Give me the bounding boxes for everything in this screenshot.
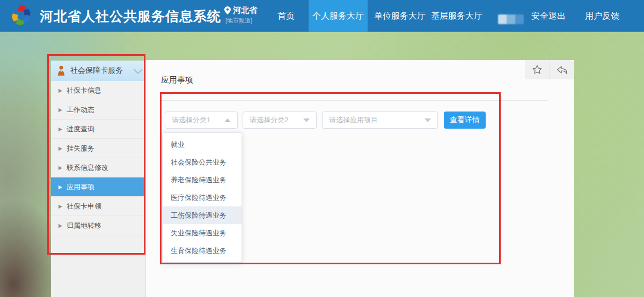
category2-placeholder: 请选择分类2	[250, 115, 288, 125]
person-icon	[56, 65, 66, 76]
sidebar-item-card-apply[interactable]: ▶社保卡申领	[51, 197, 145, 216]
category1-dropdown: 就业 社会保险公共业务 养老保险待遇业务 医疗保险待遇业务 工伤保险待遇业务 失…	[163, 132, 242, 263]
panel-toolbar	[525, 60, 574, 79]
nav-personal-hall[interactable]: 个人服务大厅	[309, 0, 368, 32]
dropdown-option[interactable]: 生育保险待遇业务	[163, 242, 241, 259]
page-title: 应用事项	[161, 75, 193, 85]
project-placeholder: 请选择应用项目	[329, 115, 378, 125]
caret-right-icon: ▶	[58, 145, 62, 151]
app-window: 河北省人社公共服务信息系统 河北省 [地市频道] 首页 个人服务大厅 单位服务大…	[0, 0, 644, 297]
dropdown-option[interactable]: 社会保险公共业务	[163, 153, 241, 171]
location-pin-icon	[224, 6, 231, 14]
dropdown-option[interactable]: 失业保险待遇业务	[163, 224, 241, 242]
sidebar-item-progress-query[interactable]: ▶进度查询	[51, 120, 145, 139]
project-select[interactable]: 请选择应用项目	[322, 112, 438, 129]
content-panel: 应用事项 请选择分类1 请选择分类2 请选择应用项目 查看详情 就业 社会保险公…	[146, 60, 574, 297]
view-details-button[interactable]: 查看详情	[444, 112, 486, 129]
caret-right-icon: ▶	[58, 222, 62, 228]
sidebar-group-social-security-card[interactable]: 社会保障卡服务	[51, 61, 145, 81]
sidebar-item-card-info[interactable]: ▶社保卡信息	[51, 81, 145, 100]
nav-logout[interactable]: 安全退出	[529, 0, 568, 32]
caret-right-icon: ▶	[58, 87, 62, 93]
pinwheel-logo-icon	[9, 4, 33, 28]
category2-select[interactable]: 请选择分类2	[243, 112, 317, 129]
dropdown-option[interactable]: 就业	[163, 136, 241, 153]
nav-grassroots-hall[interactable]: 基层服务大厅	[430, 0, 484, 32]
caret-right-icon: ▶	[58, 107, 62, 113]
caret-right-icon: ▶	[58, 184, 62, 190]
nav-unit-hall[interactable]: 单位服务大厅	[372, 0, 428, 32]
sidebar-item-work-news[interactable]: ▶工作动态	[51, 100, 145, 120]
dropdown-option[interactable]: 养老保险待遇业务	[163, 171, 241, 189]
title-divider	[161, 100, 547, 101]
site-title: 河北省人社公共服务信息系统	[40, 0, 221, 32]
caret-right-icon: ▶	[58, 165, 62, 170]
caret-right-icon: ▶	[58, 203, 62, 209]
chevron-up-icon	[224, 118, 231, 122]
dropdown-option[interactable]: 医疗保险待遇业务	[163, 189, 241, 206]
nav-feedback[interactable]: 用户反馈	[583, 0, 621, 32]
sidebar-item-loss-report[interactable]: ▶挂失服务	[51, 139, 145, 158]
chevron-down-icon	[303, 118, 310, 122]
top-header: 河北省人社公共服务信息系统 河北省 [地市频道] 首页 个人服务大厅 单位服务大…	[0, 0, 644, 32]
dropdown-option-highlighted[interactable]: 工伤保险待遇业务	[163, 206, 241, 224]
sidebar: 社会保障卡服务 ▶社保卡信息 ▶工作动态 ▶进度查询 ▶挂失服务 ▶联系信息修改…	[51, 61, 146, 297]
category1-placeholder: 请选择分类1	[172, 115, 210, 125]
username-redacted	[498, 14, 524, 24]
caret-right-icon: ▶	[58, 126, 62, 132]
chevron-down-icon	[134, 65, 143, 74]
favorite-star-icon[interactable]	[525, 60, 550, 79]
location-selector[interactable]: 河北省 [地市频道]	[224, 5, 270, 25]
sidebar-item-contact-info[interactable]: ▶联系信息修改	[51, 158, 145, 177]
back-arrow-icon[interactable]	[550, 60, 575, 79]
chevron-down-icon	[425, 118, 431, 122]
category1-select[interactable]: 请选择分类1	[165, 112, 238, 129]
sidebar-group-label: 社会保障卡服务	[70, 66, 134, 76]
nav-home[interactable]: 首页	[271, 0, 301, 32]
sidebar-item-application-matters[interactable]: ▶应用事项	[51, 177, 145, 197]
location-name: 河北省	[233, 5, 257, 16]
location-channel: [地市频道]	[225, 17, 270, 25]
sidebar-item-transfer[interactable]: ▶归属地转移	[51, 216, 145, 235]
